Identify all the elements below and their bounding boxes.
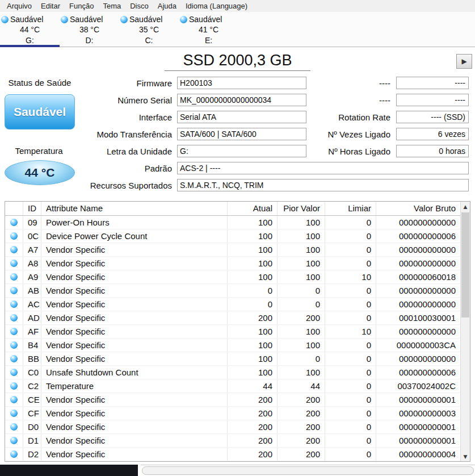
menu-item[interactable]: Função: [65, 2, 98, 10]
scrollbar-thumb[interactable]: [461, 212, 469, 318]
detail-field-value[interactable]: MK_00000000000000034: [177, 94, 306, 106]
attribute-current: 200: [228, 393, 278, 406]
attribute-worst: 200: [278, 434, 325, 447]
detail-field-value[interactable]: ACS-2 | ----: [177, 162, 469, 174]
attribute-threshold: 0: [325, 366, 376, 379]
smart-table-row[interactable]: A8 Vendor Specific 100 100 0 00000000000…: [5, 257, 460, 270]
stat-field-value[interactable]: 6 vezes: [396, 128, 469, 140]
attribute-current: 100: [228, 339, 278, 352]
attribute-threshold: 10: [325, 325, 376, 338]
attribute-id: BB: [23, 352, 41, 365]
attribute-status-icon: [10, 219, 18, 226]
attribute-status-cell: [5, 352, 23, 365]
drive-tab[interactable]: Saudável 44 °C G:: [0, 12, 60, 47]
attribute-worst: 100: [278, 339, 325, 352]
stat-field-value[interactable]: 0 horas: [396, 145, 469, 157]
attribute-name: Vendor Specific: [41, 298, 228, 311]
attribute-current: 100: [228, 216, 278, 229]
menu-item[interactable]: Editar: [36, 2, 65, 10]
drive-tab-letter: G:: [0, 35, 60, 46]
attribute-status-cell: [5, 407, 23, 420]
attribute-name: Power-On Hours: [41, 216, 228, 229]
detail-field-label: Interface: [0, 112, 175, 122]
attribute-status-cell: [5, 257, 23, 270]
smart-table-row[interactable]: B4 Vendor Specific 100 100 0 0000000003C…: [5, 339, 460, 352]
attribute-name: Vendor Specific: [41, 311, 228, 324]
attribute-raw-value: 000000000000: [376, 257, 460, 270]
drive-tab[interactable]: Saudável 38 °C D:: [60, 12, 119, 47]
smart-table-row[interactable]: CF Vendor Specific 200 200 0 00000000000…: [5, 407, 460, 420]
smart-table-row[interactable]: C0 Unsafe Shutdown Count 100 100 0 00000…: [5, 366, 460, 379]
drive-tab-temperature: 38 °C: [60, 24, 119, 35]
attribute-name: Device Power Cycle Count: [41, 229, 228, 243]
detail-field-row: Recursos Suportados S.M.A.R.T., NCQ, TRI…: [0, 179, 469, 191]
attribute-status-icon: [10, 369, 18, 376]
attribute-raw-value: 000000000004: [376, 448, 460, 461]
attribute-raw-value: 000000000001: [376, 420, 460, 433]
attribute-threshold: 0: [325, 352, 376, 365]
smart-table-row[interactable]: AC Vendor Specific 0 0 0 000000000000: [5, 298, 460, 311]
attribute-status-cell: [5, 420, 23, 433]
attribute-status-cell: [5, 379, 23, 393]
attribute-current: 200: [228, 448, 278, 461]
detail-field-value[interactable]: H200103: [177, 77, 306, 89]
attribute-id: D2: [23, 448, 41, 461]
attribute-id: AF: [23, 325, 41, 338]
play-icon: ▶: [461, 57, 466, 65]
detail-field-value[interactable]: S.M.A.R.T., NCQ, TRIM: [177, 179, 469, 191]
smart-table-row[interactable]: BB Vendor Specific 100 0 0 000000000000: [5, 352, 460, 366]
smart-table-row[interactable]: C2 Temperature 44 44 0 00370024002C: [5, 379, 460, 393]
smart-table-row[interactable]: AD Vendor Specific 200 200 0 00010003000…: [5, 311, 460, 325]
drive-tab[interactable]: Saudável 41 °C E:: [179, 12, 238, 47]
next-disk-button[interactable]: ▶: [456, 54, 472, 69]
menu-item[interactable]: Arquivo: [2, 2, 36, 10]
smart-table-row[interactable]: AB Vendor Specific 0 0 0 000000000000: [5, 284, 460, 298]
detail-field-value[interactable]: Serial ATA: [177, 111, 306, 123]
attribute-raw-value: 000000000000: [376, 298, 460, 311]
smart-table-row[interactable]: 0C Device Power Cycle Count 100 100 0 00…: [5, 229, 460, 243]
crystaldiskinfo-window: Arquivo Editar Função Tema Disco Ajuda I…: [0, 0, 475, 476]
attribute-worst: 0: [278, 298, 325, 311]
attribute-name: Vendor Specific: [41, 352, 228, 365]
scroll-down-icon[interactable]: ▼: [461, 452, 470, 461]
stat-field-label: Rotation Rate: [306, 112, 393, 122]
stat-field-value[interactable]: ----: [396, 77, 469, 89]
smart-table-row[interactable]: CE Vendor Specific 200 200 0 00000000000…: [5, 393, 460, 407]
smart-table-row[interactable]: AF Vendor Specific 100 100 10 0000000000…: [5, 325, 460, 339]
attribute-status-cell: [5, 448, 23, 461]
detail-field-value[interactable]: G:: [177, 145, 306, 157]
attribute-name: Temperature: [41, 379, 228, 393]
stat-field-row: ---- ----: [306, 77, 469, 89]
smart-table-row[interactable]: D0 Vendor Specific 200 200 0 00000000000…: [5, 420, 460, 434]
attribute-worst: 0: [278, 352, 325, 365]
attribute-status-cell: [5, 284, 23, 297]
horizontal-scrollbar[interactable]: [141, 465, 475, 476]
drive-tab-letter: C:: [119, 35, 179, 46]
attribute-id: A8: [23, 257, 41, 270]
attribute-status-icon: [10, 232, 18, 240]
menu-item[interactable]: Idioma (Language): [181, 2, 252, 10]
attribute-raw-value: 000100030001: [376, 311, 460, 324]
attribute-id: AD: [23, 311, 41, 324]
menu-item[interactable]: Disco: [125, 2, 153, 10]
health-status-icon: [1, 16, 9, 23]
attribute-worst: 44: [278, 379, 325, 393]
smart-table-row[interactable]: A7 Vendor Specific 100 100 0 00000000000…: [5, 243, 460, 257]
stat-field-value[interactable]: ---- (SSD): [396, 111, 469, 123]
menu-item[interactable]: Ajuda: [153, 2, 181, 10]
attribute-name: Vendor Specific: [41, 339, 228, 352]
drive-tab[interactable]: Saudável 35 °C C:: [119, 12, 179, 47]
scroll-up-icon[interactable]: ▲: [461, 202, 470, 211]
smart-table-row[interactable]: A9 Vendor Specific 100 100 10 0000000600…: [5, 270, 460, 284]
stat-field-value[interactable]: ----: [396, 94, 469, 106]
stat-field-label: ----: [306, 95, 393, 105]
detail-field-value[interactable]: SATA/600 | SATA/600: [177, 128, 306, 140]
table-vertical-scrollbar[interactable]: ▲ ▼: [460, 202, 470, 461]
horizontal-scrollbar-thumb[interactable]: [142, 466, 474, 475]
attribute-raw-value: 000000000006: [376, 366, 460, 379]
smart-table-row[interactable]: 09 Power-On Hours 100 100 0 000000000000: [5, 216, 460, 229]
smart-table-row[interactable]: D1 Vendor Specific 200 200 0 00000000000…: [5, 434, 460, 448]
attribute-threshold: 0: [325, 229, 376, 243]
smart-table-row[interactable]: D2 Vendor Specific 200 200 0 00000000000…: [5, 448, 460, 461]
menu-item[interactable]: Tema: [98, 2, 125, 10]
